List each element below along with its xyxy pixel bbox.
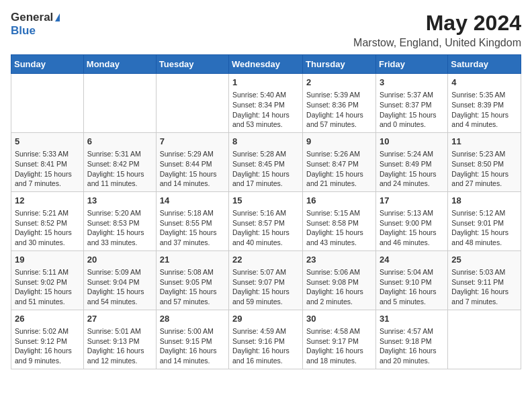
day-number: 20: [87, 254, 152, 266]
day-number: 5: [15, 136, 80, 148]
weekday-header-sunday: Sunday: [11, 55, 84, 74]
day-info: Sunrise: 5:23 AM Sunset: 8:50 PM Dayligh…: [451, 149, 517, 189]
calendar-cell: 21Sunrise: 5:08 AM Sunset: 9:05 PM Dayli…: [156, 250, 228, 310]
title-area: May 2024 Marstow, England, United Kingdo…: [353, 11, 521, 49]
weekday-header-monday: Monday: [83, 55, 156, 74]
day-info: Sunrise: 5:01 AM Sunset: 9:13 PM Dayligh…: [87, 326, 152, 366]
day-info: Sunrise: 5:08 AM Sunset: 9:05 PM Dayligh…: [160, 267, 225, 307]
calendar-cell: 2Sunrise: 5:39 AM Sunset: 8:36 PM Daylig…: [303, 74, 376, 133]
day-number: 14: [160, 195, 225, 207]
calendar-cell: 25Sunrise: 5:03 AM Sunset: 9:11 PM Dayli…: [448, 250, 521, 310]
day-number: 17: [380, 195, 444, 207]
day-info: Sunrise: 5:07 AM Sunset: 9:07 PM Dayligh…: [232, 267, 299, 307]
calendar-cell: 10Sunrise: 5:24 AM Sunset: 8:49 PM Dayli…: [375, 132, 447, 191]
calendar-week-row: 1Sunrise: 5:40 AM Sunset: 8:34 PM Daylig…: [11, 74, 521, 133]
weekday-header-row: SundayMondayTuesdayWednesdayThursdayFrid…: [11, 55, 521, 74]
logo: General Blue: [11, 11, 60, 38]
day-info: Sunrise: 5:35 AM Sunset: 8:39 PM Dayligh…: [451, 90, 517, 130]
day-info: Sunrise: 5:33 AM Sunset: 8:41 PM Dayligh…: [15, 149, 80, 189]
calendar-cell: 1Sunrise: 5:40 AM Sunset: 8:34 PM Daylig…: [229, 74, 303, 133]
day-number: 2: [306, 77, 372, 89]
day-number: 9: [306, 136, 372, 148]
day-number: 30: [306, 313, 372, 325]
day-number: 13: [87, 195, 152, 207]
day-number: 11: [451, 136, 517, 148]
day-info: Sunrise: 5:26 AM Sunset: 8:47 PM Dayligh…: [306, 149, 372, 189]
calendar-cell: [156, 74, 228, 133]
day-info: Sunrise: 5:24 AM Sunset: 8:49 PM Dayligh…: [380, 149, 444, 189]
calendar-cell: 29Sunrise: 4:59 AM Sunset: 9:16 PM Dayli…: [229, 310, 303, 369]
day-number: 6: [87, 136, 152, 148]
day-number: 10: [380, 136, 444, 148]
day-info: Sunrise: 5:39 AM Sunset: 8:36 PM Dayligh…: [306, 90, 372, 130]
calendar-cell: 19Sunrise: 5:11 AM Sunset: 9:02 PM Dayli…: [11, 250, 84, 310]
calendar-cell: 30Sunrise: 4:58 AM Sunset: 9:17 PM Dayli…: [303, 310, 376, 369]
day-info: Sunrise: 5:04 AM Sunset: 9:10 PM Dayligh…: [380, 267, 444, 307]
calendar-cell: 6Sunrise: 5:31 AM Sunset: 8:42 PM Daylig…: [83, 132, 156, 191]
day-number: 21: [160, 254, 225, 266]
calendar-cell: 4Sunrise: 5:35 AM Sunset: 8:39 PM Daylig…: [448, 74, 521, 133]
calendar-cell: 14Sunrise: 5:18 AM Sunset: 8:55 PM Dayli…: [156, 191, 228, 250]
calendar-cell: [83, 74, 156, 133]
day-number: 26: [15, 313, 80, 325]
calendar-cell: 17Sunrise: 5:13 AM Sunset: 9:00 PM Dayli…: [375, 191, 447, 250]
day-info: Sunrise: 5:20 AM Sunset: 8:53 PM Dayligh…: [87, 208, 152, 248]
calendar-cell: 20Sunrise: 5:09 AM Sunset: 9:04 PM Dayli…: [83, 250, 156, 310]
calendar-cell: 12Sunrise: 5:21 AM Sunset: 8:52 PM Dayli…: [11, 191, 84, 250]
day-info: Sunrise: 5:15 AM Sunset: 8:58 PM Dayligh…: [306, 208, 372, 248]
calendar-cell: [448, 310, 521, 369]
day-info: Sunrise: 5:31 AM Sunset: 8:42 PM Dayligh…: [87, 149, 152, 189]
day-info: Sunrise: 5:16 AM Sunset: 8:57 PM Dayligh…: [232, 208, 299, 248]
calendar-week-row: 26Sunrise: 5:02 AM Sunset: 9:12 PM Dayli…: [11, 310, 521, 369]
day-number: 27: [87, 313, 152, 325]
calendar-cell: 23Sunrise: 5:06 AM Sunset: 9:08 PM Dayli…: [303, 250, 376, 310]
day-info: Sunrise: 4:59 AM Sunset: 9:16 PM Dayligh…: [232, 326, 299, 366]
logo-triangle-icon: [55, 13, 60, 21]
day-number: 1: [232, 77, 299, 89]
day-number: 23: [306, 254, 372, 266]
weekday-header-tuesday: Tuesday: [156, 55, 228, 74]
day-number: 3: [380, 77, 444, 89]
calendar-cell: 28Sunrise: 5:00 AM Sunset: 9:15 PM Dayli…: [156, 310, 228, 369]
calendar-cell: 16Sunrise: 5:15 AM Sunset: 8:58 PM Dayli…: [303, 191, 376, 250]
day-number: 31: [380, 313, 444, 325]
calendar-week-row: 19Sunrise: 5:11 AM Sunset: 9:02 PM Dayli…: [11, 250, 521, 310]
day-number: 7: [160, 136, 225, 148]
logo-general-text: General: [11, 11, 53, 24]
day-number: 29: [232, 313, 299, 325]
day-info: Sunrise: 5:09 AM Sunset: 9:04 PM Dayligh…: [87, 267, 152, 307]
day-number: 22: [232, 254, 299, 266]
calendar-cell: 22Sunrise: 5:07 AM Sunset: 9:07 PM Dayli…: [229, 250, 303, 310]
location-title: Marstow, England, United Kingdom: [353, 37, 521, 49]
day-number: 19: [15, 254, 80, 266]
calendar-cell: 24Sunrise: 5:04 AM Sunset: 9:10 PM Dayli…: [375, 250, 447, 310]
day-number: 28: [160, 313, 225, 325]
day-number: 4: [451, 77, 517, 89]
day-number: 18: [451, 195, 517, 207]
day-number: 8: [232, 136, 299, 148]
calendar-cell: 18Sunrise: 5:12 AM Sunset: 9:01 PM Dayli…: [448, 191, 521, 250]
day-info: Sunrise: 5:29 AM Sunset: 8:44 PM Dayligh…: [160, 149, 225, 189]
day-number: 24: [380, 254, 444, 266]
page-header: General Blue May 2024 Marstow, England, …: [11, 11, 521, 49]
calendar-cell: [11, 74, 84, 133]
day-info: Sunrise: 5:37 AM Sunset: 8:37 PM Dayligh…: [380, 90, 444, 130]
weekday-header-friday: Friday: [375, 55, 447, 74]
calendar-table: SundayMondayTuesdayWednesdayThursdayFrid…: [11, 54, 521, 369]
calendar-cell: 15Sunrise: 5:16 AM Sunset: 8:57 PM Dayli…: [229, 191, 303, 250]
logo-blue-text: Blue: [11, 24, 36, 37]
day-info: Sunrise: 4:57 AM Sunset: 9:18 PM Dayligh…: [380, 326, 444, 366]
day-info: Sunrise: 5:13 AM Sunset: 9:00 PM Dayligh…: [380, 208, 444, 248]
day-number: 16: [306, 195, 372, 207]
day-info: Sunrise: 4:58 AM Sunset: 9:17 PM Dayligh…: [306, 326, 372, 366]
calendar-cell: 26Sunrise: 5:02 AM Sunset: 9:12 PM Dayli…: [11, 310, 84, 369]
day-number: 25: [451, 254, 517, 266]
day-info: Sunrise: 5:28 AM Sunset: 8:45 PM Dayligh…: [232, 149, 299, 189]
calendar-cell: 3Sunrise: 5:37 AM Sunset: 8:37 PM Daylig…: [375, 74, 447, 133]
weekday-header-thursday: Thursday: [303, 55, 376, 74]
day-number: 12: [15, 195, 80, 207]
calendar-cell: 31Sunrise: 4:57 AM Sunset: 9:18 PM Dayli…: [375, 310, 447, 369]
day-info: Sunrise: 5:18 AM Sunset: 8:55 PM Dayligh…: [160, 208, 225, 248]
calendar-cell: 8Sunrise: 5:28 AM Sunset: 8:45 PM Daylig…: [229, 132, 303, 191]
calendar-cell: 7Sunrise: 5:29 AM Sunset: 8:44 PM Daylig…: [156, 132, 228, 191]
